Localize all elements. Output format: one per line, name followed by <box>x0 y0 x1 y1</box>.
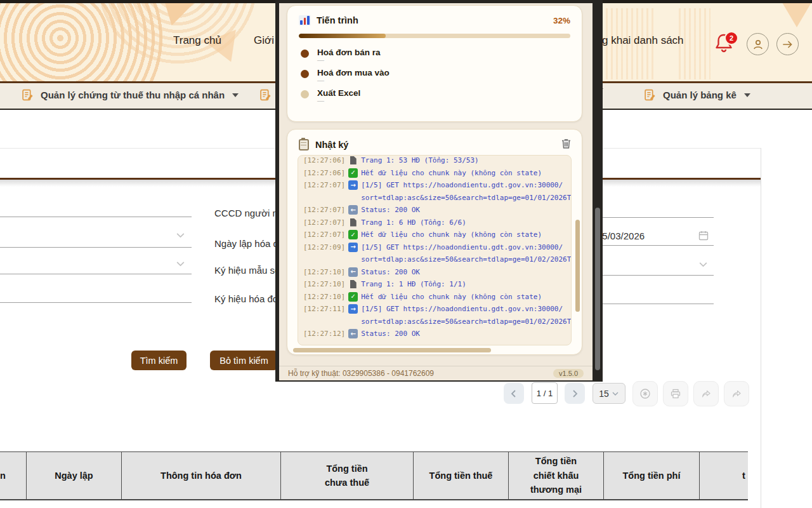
table-header-cell: Tổng tiền phí <box>604 452 700 499</box>
arrow-left-icon: ← <box>348 267 358 277</box>
clear-log-button[interactable] <box>561 138 572 151</box>
step-dash: — <box>317 98 360 104</box>
log-title: Nhật ký <box>315 140 348 150</box>
popup-footer: Hỗ trợ kỹ thuật: 0329905386 - 0941762609… <box>279 366 593 380</box>
log-timestamp: [12:27:10] <box>303 291 345 304</box>
arrow-left-icon: ← <box>348 329 358 338</box>
progress-title: Tiến trình <box>317 15 358 25</box>
chevron-down-icon <box>612 390 619 398</box>
log-vertical-scrollbar[interactable] <box>575 220 580 312</box>
chevron-down-icon[interactable] <box>175 258 186 269</box>
document-pencil-icon <box>643 88 657 102</box>
page-icon <box>348 156 358 165</box>
input-underline[interactable] <box>601 245 714 246</box>
log-entry: [12:27:12]←Status: 200 OK <box>303 328 566 340</box>
log-timestamp: [12:27:09] <box>303 241 345 266</box>
chevron-left-icon <box>509 389 518 398</box>
log-message: Hết dữ liệu cho chunk này (không còn sta… <box>361 291 542 304</box>
input-underline[interactable] <box>601 304 714 304</box>
table-header-cell: t <box>700 452 748 499</box>
prev-page-button[interactable] <box>504 383 524 404</box>
share-arrow-icon <box>700 388 712 399</box>
label-invoice-symbol: Ký hiệu hóa đơn <box>214 293 284 304</box>
notification-badge: 2 <box>724 31 738 45</box>
version-badge: v1.5.0 <box>553 369 584 378</box>
log-message: Trang 1: 6 HĐ (Tổng: 6/6) <box>361 217 466 229</box>
bar-chart-icon <box>299 15 311 25</box>
log-message: Status: 200 OK <box>361 204 420 217</box>
nav-public-list[interactable]: g khai danh sách <box>602 34 684 47</box>
chevron-right-icon <box>570 389 579 398</box>
calendar-icon[interactable] <box>698 230 709 241</box>
progress-step: Hoá đơn bán ra— <box>299 48 570 63</box>
table-header-cell: Tổng tiền chiết khấu thương mại <box>509 452 604 499</box>
logout-button[interactable] <box>776 33 799 55</box>
share-arrow-icon <box>731 388 742 399</box>
step-dash: — <box>317 77 390 83</box>
log-message: [1/5] GET https://hoadondientu.gdt.gov.v… <box>361 241 572 266</box>
progress-step: Xuất Excel— <box>299 88 570 104</box>
step-dot-icon <box>301 70 309 78</box>
input-underline[interactable] <box>0 302 192 303</box>
log-message: [1/5] GET https://hoadondientu.gdt.gov.v… <box>361 179 572 204</box>
clipboard-icon <box>299 139 309 150</box>
log-horizontal-scrollbar[interactable] <box>293 348 491 352</box>
page-icon <box>348 218 358 227</box>
printer-icon <box>670 388 681 399</box>
share-button-2[interactable] <box>724 381 749 406</box>
arrow-right-icon: → <box>348 304 358 314</box>
log-timestamp: [12:27:07] <box>303 179 345 204</box>
check-icon: ✓ <box>348 230 358 239</box>
nav-home[interactable]: Trang chủ <box>173 34 221 47</box>
nav-about[interactable]: Giới <box>254 34 274 47</box>
input-underline[interactable] <box>601 217 714 218</box>
page-icon <box>348 279 358 289</box>
share-button[interactable] <box>693 381 719 406</box>
table-header-cell: Tổng tiền chưa thuế <box>281 452 414 499</box>
log-message: [1/5] GET https://hoadondientu.gdt.gov.v… <box>361 303 572 328</box>
progress-steps: Hoá đơn bán ra—Hoá đơn mua vào—Xuất Exce… <box>299 48 570 104</box>
page-indicator: 1 / 1 <box>532 382 558 404</box>
invoice-date-value[interactable]: 25/03/2026 <box>597 231 645 241</box>
menu-personal-tax[interactable]: Quản lý chứng từ thuế thu nhập cá nhân <box>21 88 239 102</box>
log-card: Nhật ký [12:27:06]Trang 1: 53 HĐ (Tổng: … <box>287 129 582 355</box>
table-header-cell: Thông tin hóa đơn <box>122 452 281 499</box>
trash-icon <box>561 138 572 149</box>
log-entry: [12:27:10]✓Hết dữ liệu cho chunk này (kh… <box>303 291 566 304</box>
search-button[interactable]: Tìm kiếm <box>131 351 187 370</box>
menu-bang-ke-label: Quản lý bảng kê <box>663 90 737 100</box>
select-underline[interactable] <box>0 274 192 274</box>
log-timestamp: [12:27:06] <box>303 155 345 167</box>
print-button[interactable] <box>663 381 688 406</box>
arrow-left-icon: ← <box>348 205 358 215</box>
chevron-down-icon[interactable] <box>175 230 186 241</box>
chevron-down-icon[interactable] <box>698 259 709 270</box>
clear-search-button[interactable]: Bỏ tìm kiếm <box>210 351 278 370</box>
refresh-settings-button[interactable] <box>632 381 658 406</box>
menu-bang-ke[interactable]: Quản lý bảng kê <box>643 88 750 102</box>
select-underline[interactable] <box>0 247 192 248</box>
person-icon <box>752 39 764 50</box>
arrow-right-icon: → <box>348 243 358 252</box>
menu-personal-tax-label: Quản lý chứng từ thuế thu nhập cá nhân <box>41 90 225 100</box>
select-underline[interactable] <box>601 275 714 276</box>
next-page-button[interactable] <box>565 383 585 404</box>
input-underline[interactable] <box>0 217 192 217</box>
log-timestamp: [12:27:10] <box>303 266 345 279</box>
log-entry: [12:27:09]→[1/5] GET https://hoadondient… <box>303 241 566 266</box>
log-timestamp: [12:27:12] <box>303 328 345 340</box>
log-timestamp: [12:27:07] <box>303 204 345 217</box>
account-button[interactable] <box>747 33 769 55</box>
page-size-select[interactable]: 15 <box>593 383 625 404</box>
content-right-edge <box>761 148 761 508</box>
log-message: Status: 200 OK <box>361 328 420 340</box>
chevron-down-icon <box>744 93 750 97</box>
chevron-down-icon <box>232 93 239 97</box>
arrow-right-icon: → <box>348 180 358 190</box>
log-message: Hết dữ liệu cho chunk này (không còn sta… <box>361 229 542 241</box>
table-header-cell: n <box>0 452 27 499</box>
popup-scrollbar[interactable] <box>595 208 600 370</box>
log-entry: [12:27:07]Trang 1: 6 HĐ (Tổng: 6/6) <box>303 217 566 229</box>
log-output[interactable]: [12:27:06]Trang 1: 53 HĐ (Tổng: 53/53)[1… <box>298 155 572 345</box>
progress-percent: 32% <box>553 16 570 25</box>
